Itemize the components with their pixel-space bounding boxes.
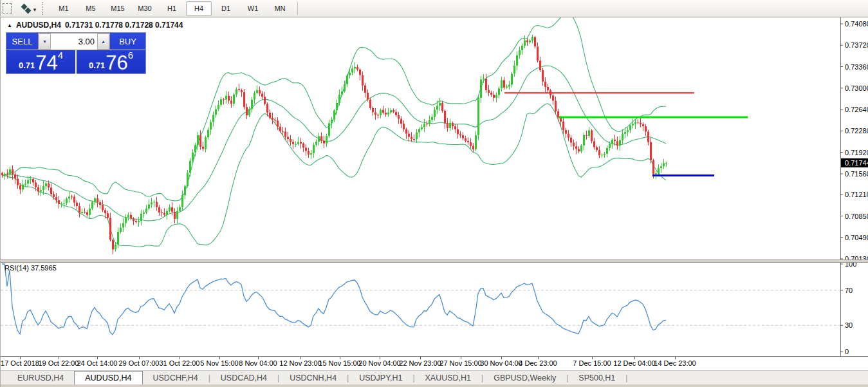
time-label: 30 Nov 04:00 <box>480 359 522 367</box>
price-axis[interactable]: 0.740800.737200.733600.730000.726400.722… <box>840 17 868 260</box>
selection-box-icon[interactable] <box>1 1 15 15</box>
rsi-axis[interactable]: 10070300 <box>840 263 856 356</box>
rsi-panel[interactable]: 10070300 RSI(14) 37.5965 <box>1 263 868 356</box>
toolbar-grip[interactable] <box>42 2 46 15</box>
chart-tab-audusd-h4[interactable]: AUDUSD,H4 <box>74 371 142 384</box>
toolbar-separator <box>297 2 298 15</box>
svg-text:0.73720: 0.73720 <box>845 41 868 49</box>
collapse-arrow-icon[interactable]: ▲ <box>7 23 12 28</box>
time-label: 22 Nov 23:00 <box>399 359 441 367</box>
svg-text:0.71210: 0.71210 <box>845 191 868 198</box>
time-label: 14 Dec 23:00 <box>654 359 696 367</box>
time-label: 12 Dec 04:00 <box>613 359 655 367</box>
time-label: 8 Nov 04:00 <box>239 359 277 367</box>
sell-button[interactable]: SELL <box>6 33 38 50</box>
time-label: 12 Nov 23:00 <box>279 359 321 367</box>
sell-price-prefix: 0.71 <box>19 61 35 70</box>
main-chart-area[interactable]: 0.740800.737200.733600.730000.726400.722… <box>1 17 868 260</box>
chart-tab-usdjpy-h1[interactable]: USDJPY,H1 <box>349 371 412 384</box>
rsi-indicator-label: RSI(14) 37.5965 <box>5 264 57 272</box>
svg-text:0.70130: 0.70130 <box>845 255 868 260</box>
time-label: 5 Nov 15:00 <box>200 359 238 367</box>
buy-button[interactable]: BUY <box>110 33 145 50</box>
svg-text:30: 30 <box>845 321 853 329</box>
timeframe-toolbar: M1M5M15M30H1H4D1W1MN <box>50 1 293 16</box>
chart-symbol-label: AUDUSD,H4 <box>16 21 61 30</box>
rsi-chart-svg[interactable]: 10070300 <box>1 263 868 356</box>
svg-text:0.73360: 0.73360 <box>845 63 868 71</box>
time-label: 27 Nov 15:00 <box>439 359 481 367</box>
svg-text:0.72640: 0.72640 <box>845 106 868 113</box>
rsi-line <box>2 264 666 335</box>
time-label: 7 Dec 15:00 <box>573 359 611 367</box>
svg-text:0.70850: 0.70850 <box>845 212 868 220</box>
volume-control: ▼ ▲ <box>38 33 110 50</box>
volume-input[interactable] <box>51 33 97 50</box>
window-bottom-edge <box>1 384 868 387</box>
chart-tab-usdcad-h4[interactable]: USDCAD,H4 <box>210 371 277 384</box>
svg-text:0.70490: 0.70490 <box>845 234 868 241</box>
tab-divider: | <box>625 371 627 384</box>
time-label: 20 Nov 04:00 <box>358 359 400 367</box>
chart-header: ▲ AUDUSD,H4 0.71731 0.71778 0.71728 0.71… <box>7 21 183 30</box>
volume-decrease-button[interactable]: ▼ <box>39 33 51 50</box>
mt4-chart-window: ▼ M1M5M15M30H1H4D1W1MN 0.740800.737200.7… <box>0 0 868 387</box>
buy-price-pip: 6 <box>128 51 133 60</box>
timeframe-button-h4[interactable]: H4 <box>186 1 212 16</box>
timeframe-button-w1[interactable]: W1 <box>240 1 266 16</box>
volume-increase-button[interactable]: ▲ <box>97 33 109 50</box>
svg-text:0.71560: 0.71560 <box>845 170 868 178</box>
time-label: 24 Oct 14:00 <box>77 359 118 367</box>
timeframe-button-m15[interactable]: M15 <box>105 1 131 16</box>
time-label: 4 Dec 23:00 <box>519 359 557 367</box>
buy-price-display[interactable]: 0.71 76 6 <box>77 50 145 74</box>
dropdown-caret-icon[interactable]: ▼ <box>32 7 37 13</box>
time-label: 17 Oct 2018 <box>1 359 39 367</box>
buy-price-prefix: 0.71 <box>89 61 105 70</box>
chart-tab-usdcnh-h4[interactable]: USDCNH,H4 <box>279 371 347 384</box>
arrange-windows-icon[interactable]: ▼ <box>17 1 39 15</box>
timeframe-button-m5[interactable]: M5 <box>78 1 104 16</box>
svg-text:0.73000: 0.73000 <box>845 84 868 92</box>
time-label: 29 Oct 07:00 <box>119 359 160 367</box>
svg-text:70: 70 <box>845 287 853 294</box>
timeframe-button-m1[interactable]: M1 <box>51 1 77 16</box>
one-click-trading-widget: SELL ▼ ▲ BUY 0.71 74 4 0.71 76 6 <box>6 32 146 74</box>
svg-text:0.71744: 0.71744 <box>845 159 868 167</box>
svg-text:100: 100 <box>845 263 856 268</box>
svg-text:0.72280: 0.72280 <box>845 127 868 135</box>
sell-price-main: 74 <box>35 53 57 73</box>
chart-tab-gbpusd-weekly[interactable]: GBPUSD,Weekly <box>483 371 566 384</box>
chart-tab-xauusd-h1[interactable]: XAUUSD,H1 <box>415 371 482 384</box>
timeframe-button-h1[interactable]: H1 <box>159 1 185 16</box>
time-axis[interactable]: 17 Oct 201819 Oct 22:0024 Oct 14:0029 Oc… <box>1 356 868 370</box>
svg-text:0.71920: 0.71920 <box>845 149 868 156</box>
buy-price-main: 76 <box>106 53 127 73</box>
chart-tab-bar: EURUSD,H4AUDUSD,H4USDCHF,H4|USDCAD,H4|US… <box>1 370 868 384</box>
time-label: 15 Nov 15:00 <box>319 359 360 367</box>
time-label: 19 Oct 22:00 <box>39 359 79 367</box>
timeframe-button-m30[interactable]: M30 <box>132 1 158 16</box>
chart-tab-eurusd-h4[interactable]: EURUSD,H4 <box>7 371 74 384</box>
svg-text:0: 0 <box>845 348 849 355</box>
sell-price-display[interactable]: 0.71 74 4 <box>6 50 75 74</box>
chart-tab-sp500-h1[interactable]: SP500,H1 <box>568 371 625 384</box>
chart-ohlc-values: 0.71731 0.71778 0.71728 0.71744 <box>65 21 183 30</box>
time-label: 31 Oct 22:00 <box>160 359 200 367</box>
svg-text:0.74080: 0.74080 <box>845 20 868 28</box>
toolbar: ▼ M1M5M15M30H1H4D1W1MN <box>1 0 868 17</box>
timeframe-button-d1[interactable]: D1 <box>213 1 239 16</box>
timeframe-button-mn[interactable]: MN <box>267 1 293 16</box>
chart-tab-usdchf-h4[interactable]: USDCHF,H4 <box>143 371 208 384</box>
sell-price-pip: 4 <box>58 51 63 60</box>
